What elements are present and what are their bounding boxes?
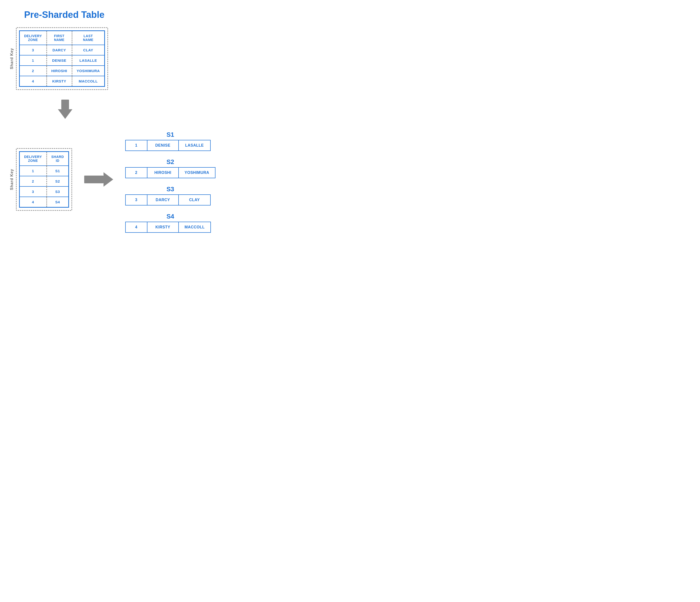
shard-mapping-table: DELIVERYZONE SHARDID 1S12S23S34S4 — [19, 151, 69, 208]
arrow-down-section — [58, 100, 270, 119]
top-table-cell: DARCY — [47, 45, 72, 55]
shard-cell: 3 — [126, 195, 147, 205]
top-table-cell: YOSHIMURA — [72, 66, 104, 76]
arrow-right-icon — [84, 172, 113, 187]
shard-cell: HIROSHI — [147, 167, 179, 178]
pre-sharded-table: DELIVERYZONE FIRSTNAME LASTNAME 3DARCYCL… — [19, 30, 105, 87]
shard-row: 2HIROSHIYOSHIMURA — [125, 167, 216, 178]
shard-title: S4 — [125, 213, 216, 220]
shard-cell: DENISE — [147, 140, 179, 151]
shard-key-dashed-box-bottom: DELIVERYZONE SHARDID 1S12S23S34S4 — [16, 148, 72, 211]
shard-title: S1 — [125, 131, 216, 138]
shard-mapping-container: Shard Key DELIVERYZONE SHARDID 1S12S23S3… — [10, 148, 72, 211]
shard-group: S22HIROSHIYOSHIMURA — [125, 158, 216, 178]
shard-key-label-top: Shard Key — [10, 48, 14, 69]
shard-cell: 4 — [126, 222, 147, 232]
shard-cell: DARCY — [147, 195, 179, 205]
shard-cell: MACCOLL — [179, 222, 210, 232]
shard-group: S44KIRSTYMACCOLL — [125, 213, 216, 233]
shard-cell: KIRSTY — [147, 222, 179, 232]
bottom-table-cell: S3 — [47, 186, 69, 197]
shard-row: 1DENISELASALLE — [125, 140, 211, 151]
shard-row: 4KIRSTYMACCOLL — [125, 221, 211, 233]
shard-title: S2 — [125, 158, 216, 166]
shard-cell: 2 — [126, 167, 147, 178]
shard-cell: LASALLE — [179, 140, 210, 151]
bottom-table-cell: S2 — [47, 176, 69, 186]
top-table-cell: CLAY — [72, 45, 104, 55]
bottom-table-cell: S4 — [47, 197, 69, 207]
bottom-table-cell: S1 — [47, 166, 69, 176]
top-table-cell: 1 — [20, 55, 47, 66]
top-table-cell: 3 — [20, 45, 47, 55]
bottom-table-cell: 3 — [20, 186, 47, 197]
top-table-cell: KIRSTY — [47, 76, 72, 86]
shard-key-dashed-box-top: DELIVERYZONE FIRSTNAME LASTNAME 3DARCYCL… — [16, 27, 108, 90]
bottom-table-cell: 2 — [20, 176, 47, 186]
shards-section: S11DENISELASALLES22HIROSHIYOSHIMURAS33DA… — [125, 131, 216, 233]
top-table-cell: 4 — [20, 76, 47, 86]
bottom-table-cell: 1 — [20, 166, 47, 176]
col-header-last-name: LASTNAME — [72, 31, 104, 45]
shard-cell: CLAY — [179, 195, 210, 205]
col-header-first-name: FIRSTNAME — [47, 31, 72, 45]
col-header-delivery-zone: DELIVERYZONE — [20, 31, 47, 45]
col-header-delivery-zone-2: DELIVERYZONE — [20, 152, 47, 166]
top-table-cell: DENISE — [47, 55, 72, 66]
top-table-cell: HIROSHI — [47, 66, 72, 76]
shard-cell: 1 — [126, 140, 147, 151]
page-title: Pre-Sharded Table — [24, 10, 270, 20]
shard-cell: YOSHIMURA — [179, 167, 215, 178]
top-table-cell: MACCOLL — [72, 76, 104, 86]
top-table-cell: LASALLE — [72, 55, 104, 66]
top-table-cell: 2 — [20, 66, 47, 76]
shard-key-label-bottom: Shard Key — [10, 169, 14, 190]
arrow-down-icon — [58, 100, 72, 119]
bottom-section: Shard Key DELIVERYZONE SHARDID 1S12S23S3… — [10, 126, 270, 233]
shard-title: S3 — [125, 185, 216, 193]
bottom-table-cell: 4 — [20, 197, 47, 207]
shard-group: S33DARCYCLAY — [125, 185, 216, 206]
shard-group: S11DENISELASALLE — [125, 131, 216, 151]
shard-row: 3DARCYCLAY — [125, 194, 211, 206]
col-header-shard-id: SHARDID — [47, 152, 69, 166]
top-section: Shard Key DELIVERYZONE FIRSTNAME LASTNAM… — [10, 27, 270, 90]
